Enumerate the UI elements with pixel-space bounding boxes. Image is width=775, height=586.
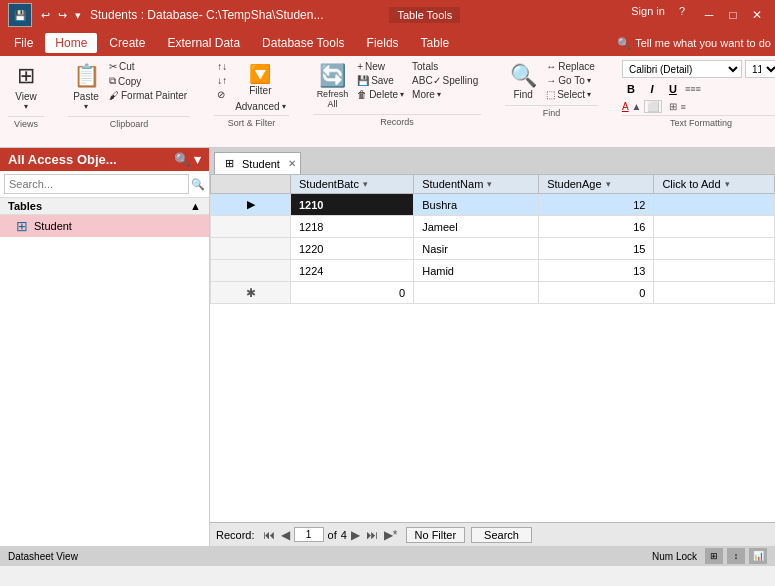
cut-button[interactable]: ✂ Cut (106, 60, 190, 73)
paste-button[interactable]: 📋 Paste ▾ (68, 60, 104, 114)
sidebar-search-icon[interactable]: 🔍 (174, 152, 190, 167)
new-record-button[interactable]: + New (354, 60, 407, 73)
font-selector[interactable]: Calibri (Detail) (622, 60, 742, 78)
cell-click-to-add[interactable] (654, 194, 775, 216)
cell-studentbatch[interactable]: 1220 (291, 238, 414, 260)
font-color[interactable]: A (622, 101, 629, 112)
redo-btn[interactable]: ↪ (55, 7, 70, 24)
student-tab[interactable]: ⊞ Student ✕ (214, 152, 301, 174)
underline-button[interactable]: U (664, 80, 682, 98)
more-button[interactable]: More ▾ (409, 88, 481, 101)
cell-studentname[interactable]: Hamid (414, 260, 539, 282)
filter-button[interactable]: 🔽 Filter (232, 60, 288, 99)
view-button[interactable]: ⊞ View ▾ (8, 60, 44, 114)
table-row[interactable]: 1220Nasir15 (211, 238, 775, 260)
sidebar-item-student[interactable]: ⊞ Student (0, 215, 209, 237)
cell-studentname[interactable]: Bushra (414, 194, 539, 216)
save-record-button[interactable]: 💾 Save (354, 74, 407, 87)
select-button[interactable]: ⬚ Select ▾ (543, 88, 598, 101)
nav-next-button[interactable]: ▶ (349, 528, 362, 542)
nav-prev-button[interactable]: ◀ (279, 528, 292, 542)
menu-database-tools[interactable]: Database Tools (252, 33, 355, 53)
pivot-chart-view-icon[interactable]: 📊 (749, 548, 767, 564)
table-row[interactable]: ▶1210Bushra12 (211, 194, 775, 216)
new-record-row[interactable]: ✱00 (211, 282, 775, 304)
menu-home[interactable]: Home (45, 33, 97, 53)
cell-studentage[interactable]: 16 (539, 216, 654, 238)
quick-dropdown[interactable]: ▾ (72, 7, 84, 24)
nav-first-button[interactable]: ⏮ (261, 528, 277, 542)
background-color[interactable]: ⬜ (644, 100, 662, 113)
delete-record-button[interactable]: 🗑 Delete ▾ (354, 88, 407, 101)
italic-button[interactable]: I (643, 80, 661, 98)
col-dropdown-add[interactable]: ▾ (725, 179, 730, 189)
new-cell-age[interactable]: 0 (539, 282, 654, 304)
new-cell-name[interactable] (414, 282, 539, 304)
col-header-studentname[interactable]: StudentNam ▾ (414, 175, 539, 194)
goto-button[interactable]: → Go To ▾ (543, 74, 598, 87)
format-painter-button[interactable]: 🖌 Format Painter (106, 89, 190, 102)
col-header-studentbatch[interactable]: StudentBatc ▾ (291, 175, 414, 194)
cell-studentbatch[interactable]: 1224 (291, 260, 414, 282)
search-button[interactable]: Search (471, 527, 532, 543)
spelling-button[interactable]: ABC✓ Spelling (409, 74, 481, 87)
sidebar-header-icons[interactable]: 🔍 ▾ (174, 152, 201, 167)
col-header-click-to-add[interactable]: Click to Add ▾ (654, 175, 775, 194)
alternate-row-color[interactable]: ≡ (680, 102, 685, 112)
close-btn[interactable]: ✕ (747, 5, 767, 25)
maximize-btn[interactable]: □ (723, 5, 743, 25)
bold-button[interactable]: B (622, 80, 640, 98)
sidebar-search-submit-icon[interactable]: 🔍 (191, 178, 205, 191)
cell-click-to-add[interactable] (654, 216, 775, 238)
advanced-button[interactable]: Advanced ▾ (232, 100, 288, 113)
table-row[interactable]: 1224Hamid13 (211, 260, 775, 282)
cell-studentage[interactable]: 12 (539, 194, 654, 216)
menu-table[interactable]: Table (411, 33, 460, 53)
cell-studentbatch[interactable]: 1218 (291, 216, 414, 238)
menu-fields[interactable]: Fields (357, 33, 409, 53)
help-btn[interactable]: ? (679, 5, 685, 25)
col-dropdown-studentname[interactable]: ▾ (487, 179, 492, 189)
nav-last-button[interactable]: ⏭ (364, 528, 380, 542)
sidebar-menu-icon[interactable]: ▾ (194, 152, 201, 167)
refresh-button[interactable]: 🔄 Refresh All (313, 60, 353, 112)
menu-create[interactable]: Create (99, 33, 155, 53)
pivot-table-view-icon[interactable]: ↕ (727, 548, 745, 564)
copy-button[interactable]: ⧉ Copy (106, 74, 190, 88)
current-record-input[interactable] (294, 527, 324, 542)
sort-ascending-button[interactable]: ↑↓ (214, 60, 230, 73)
new-cell-batch[interactable]: 0 (291, 282, 414, 304)
cell-studentbatch[interactable]: 1210 (291, 194, 414, 216)
no-filter-button[interactable]: No Filter (406, 527, 466, 543)
col-dropdown-studentbatch[interactable]: ▾ (363, 179, 368, 189)
cell-click-to-add[interactable] (654, 238, 775, 260)
cell-studentname[interactable]: Nasir (414, 238, 539, 260)
undo-btn[interactable]: ↩ (38, 7, 53, 24)
totals-button[interactable]: Totals (409, 60, 481, 73)
new-cell-add[interactable] (654, 282, 775, 304)
minimize-btn[interactable]: ─ (699, 5, 719, 25)
menu-file[interactable]: File (4, 33, 43, 53)
save-icon[interactable]: 💾 (8, 3, 32, 27)
remove-sort-button[interactable]: ⊘ (214, 88, 230, 101)
grid-lines[interactable]: ⊞ (669, 101, 677, 112)
cell-studentage[interactable]: 15 (539, 238, 654, 260)
tables-section-header[interactable]: Tables ▲ (0, 198, 209, 215)
sort-descending-button[interactable]: ↓↑ (214, 74, 230, 87)
font-size-selector[interactable]: 11 (745, 60, 775, 78)
col-header-studentage[interactable]: StudenAge ▾ (539, 175, 654, 194)
nav-new-button[interactable]: ▶* (382, 528, 400, 542)
tell-me[interactable]: 🔍 Tell me what you want to do (617, 37, 771, 50)
sign-in[interactable]: Sign in (631, 5, 665, 25)
col-dropdown-studentage[interactable]: ▾ (606, 179, 611, 189)
sidebar-search-input[interactable] (4, 174, 189, 194)
highlight-color[interactable]: ▲ (632, 101, 642, 112)
cell-studentage[interactable]: 13 (539, 260, 654, 282)
cell-click-to-add[interactable] (654, 260, 775, 282)
datasheet-view-icon[interactable]: ⊞ (705, 548, 723, 564)
cell-studentname[interactable]: Jameel (414, 216, 539, 238)
tab-close-button[interactable]: ✕ (288, 158, 296, 169)
replace-button[interactable]: ↔ Replace (543, 60, 598, 73)
menu-external-data[interactable]: External Data (157, 33, 250, 53)
table-row[interactable]: 1218Jameel16 (211, 216, 775, 238)
